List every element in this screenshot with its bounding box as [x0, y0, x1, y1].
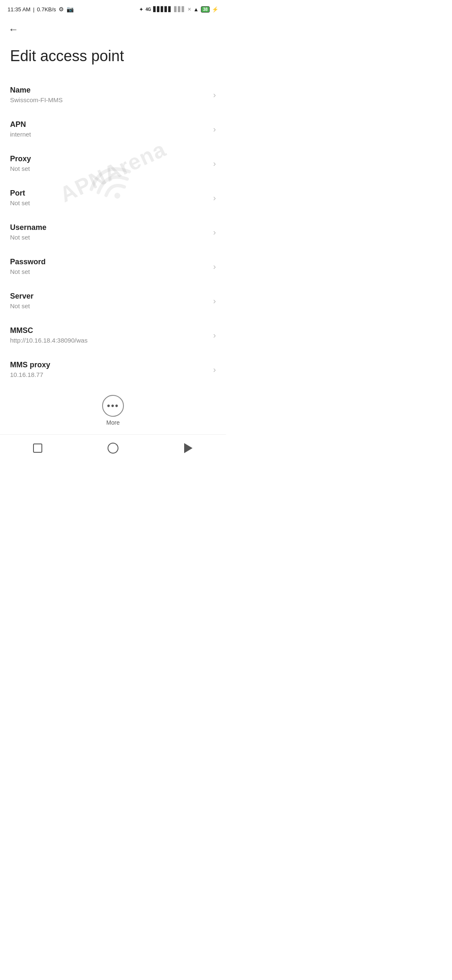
nav-back-button[interactable] — [181, 441, 196, 456]
signal-4g-icon: 4G — [146, 7, 151, 12]
time-label: 11:35 AM — [8, 6, 31, 13]
chevron-right-icon: › — [213, 262, 216, 271]
chevron-right-icon: › — [213, 227, 216, 237]
chevron-right-icon: › — [213, 365, 216, 374]
settings-item-value: Not set — [10, 199, 209, 206]
settings-item-label: Proxy — [10, 155, 209, 163]
bolt-icon: ⚡ — [212, 6, 218, 13]
nav-square-button[interactable] — [30, 441, 45, 456]
more-label: More — [106, 419, 120, 426]
settings-item-value: Not set — [10, 234, 209, 241]
settings-item-label: Username — [10, 223, 209, 232]
settings-item-value: Not set — [10, 268, 209, 275]
settings-item-value: 10.16.18.77 — [10, 371, 209, 378]
settings-item-content: MMSC http://10.16.18.4:38090/was — [10, 326, 209, 344]
settings-item-content: Username Not set — [10, 223, 209, 241]
settings-item-server[interactable]: Server Not set › — [0, 284, 226, 318]
signal-bars2-icon: ▋▋▋ — [174, 6, 185, 12]
settings-item-label: Server — [10, 292, 209, 301]
speed-label: | — [33, 6, 34, 13]
settings-item-content: APN internet — [10, 120, 209, 138]
status-right: ✦ 4G ▋▋▋▋▋ ▋▋▋ ✕ ▲ 38 ⚡ — [139, 6, 218, 13]
settings-item-mmsc[interactable]: MMSC http://10.16.18.4:38090/was › — [0, 318, 226, 352]
settings-item-value: Not set — [10, 165, 209, 172]
chevron-right-icon: › — [213, 193, 216, 203]
wifi-icon: ▲ — [193, 6, 199, 13]
bottom-nav — [0, 434, 226, 463]
settings-item-label: Password — [10, 258, 209, 266]
settings-icon: ⚙ — [59, 6, 64, 13]
settings-item-value: http://10.16.18.4:38090/was — [10, 337, 209, 344]
circle-icon — [108, 443, 118, 454]
settings-item-content: Password Not set — [10, 258, 209, 275]
network-speed: 0.7KB/s — [37, 6, 56, 13]
back-button[interactable]: ← — [8, 23, 18, 35]
page-title: Edit access point — [0, 39, 226, 77]
settings-item-label: APN — [10, 120, 209, 129]
settings-item-label: Name — [10, 86, 209, 95]
battery-icon: 38 — [201, 6, 210, 13]
square-icon — [33, 444, 42, 453]
settings-item-value: internet — [10, 131, 209, 138]
settings-list: Name Swisscom-FI-MMS › APN internet › Pr… — [0, 77, 226, 387]
settings-item-proxy[interactable]: Proxy Not set › — [0, 146, 226, 181]
status-left: 11:35 AM | 0.7KB/s ⚙ 📷 — [8, 6, 74, 13]
chevron-right-icon: › — [213, 90, 216, 100]
top-nav: ← — [0, 17, 226, 39]
more-button[interactable]: ••• — [102, 395, 124, 417]
settings-item-content: Proxy Not set — [10, 155, 209, 172]
chevron-right-icon: › — [213, 330, 216, 340]
chevron-right-icon: › — [213, 159, 216, 168]
bluetooth-icon: ✦ — [139, 6, 144, 13]
status-bar: 11:35 AM | 0.7KB/s ⚙ 📷 ✦ 4G ▋▋▋▋▋ ▋▋▋ ✕ … — [0, 0, 226, 17]
video-icon: 📷 — [67, 6, 74, 13]
settings-item-name[interactable]: Name Swisscom-FI-MMS › — [0, 77, 226, 112]
settings-item-mms-proxy[interactable]: MMS proxy 10.16.18.77 › — [0, 352, 226, 387]
settings-item-content: Port Not set — [10, 189, 209, 206]
x-signal-icon: ✕ — [187, 7, 191, 12]
nav-home-button[interactable] — [105, 441, 121, 456]
settings-item-value: Not set — [10, 302, 209, 309]
more-dots-icon: ••• — [107, 401, 119, 410]
triangle-icon — [184, 443, 193, 453]
settings-item-content: MMS proxy 10.16.18.77 — [10, 361, 209, 378]
settings-item-content: Server Not set — [10, 292, 209, 309]
settings-item-label: Port — [10, 189, 209, 198]
more-section: ••• More — [0, 387, 226, 430]
signal-bars-icon: ▋▋▋▋▋ — [153, 6, 172, 12]
settings-item-value: Swisscom-FI-MMS — [10, 96, 209, 103]
settings-item-label: MMSC — [10, 326, 209, 335]
settings-item-port[interactable]: Port Not set › — [0, 181, 226, 215]
settings-item-password[interactable]: Password Not set › — [0, 249, 226, 284]
settings-item-username[interactable]: Username Not set › — [0, 215, 226, 249]
settings-item-label: MMS proxy — [10, 361, 209, 369]
settings-item-content: Name Swisscom-FI-MMS — [10, 86, 209, 103]
chevron-right-icon: › — [213, 296, 216, 306]
settings-item-apn[interactable]: APN internet › — [0, 112, 226, 146]
chevron-right-icon: › — [213, 124, 216, 134]
